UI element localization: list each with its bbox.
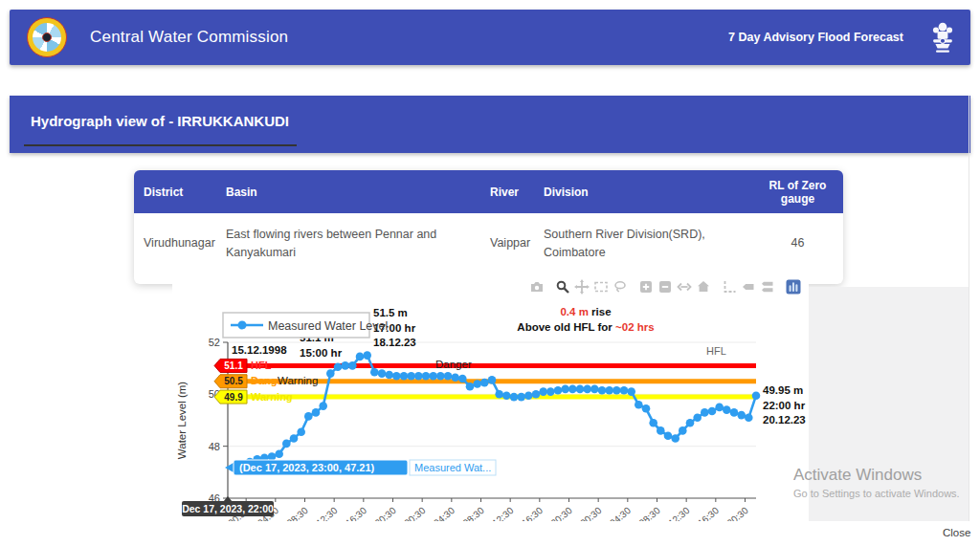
hover-compare-icon[interactable] [760, 279, 775, 295]
data-point [605, 386, 613, 395]
data-point [561, 385, 569, 394]
data-point [693, 414, 702, 423]
x-tick-label: 00:30 [578, 505, 604, 521]
data-point [297, 427, 305, 436]
x-tick-label: 00:30 [402, 505, 428, 521]
data-point [502, 391, 511, 400]
data-point [290, 434, 299, 443]
camera-icon[interactable] [529, 279, 545, 295]
data-point [510, 393, 519, 402]
table-row: Virudhunagar East flowing rivers between… [134, 213, 843, 274]
page-title: Hydrograph view of - IRRUKKANKUDI [10, 96, 970, 129]
chart-annotation: 49.95 m22:00 hr20.12.23 [763, 384, 806, 426]
data-point [590, 385, 599, 394]
col-division: Division [534, 170, 752, 213]
zoom-in-icon[interactable] [638, 279, 654, 295]
svg-text:(Dec 17, 2023, 23:00, 47.21): (Dec 17, 2023, 23:00, 47.21) [239, 462, 375, 473]
data-point [473, 380, 481, 388]
data-point [657, 426, 665, 435]
plotly-modebar [525, 279, 801, 295]
x-tick-label: 08:30 [285, 505, 311, 521]
chart-legend[interactable]: Measured Water Level [223, 313, 388, 338]
data-point [686, 419, 695, 427]
data-point [495, 390, 503, 399]
pan-icon[interactable] [574, 279, 590, 295]
data-point [356, 353, 365, 361]
data-point [304, 412, 313, 421]
data-point [363, 351, 371, 360]
svg-text:49.9: 49.9 [224, 392, 243, 403]
close-button[interactable]: Close [943, 527, 970, 538]
app-title: Central Water Commission [90, 28, 288, 47]
x-tick-label: 16:30 [696, 505, 722, 521]
x-tick-label: 12:30 [666, 505, 692, 521]
data-point [422, 372, 431, 381]
y-axis-title: Water Level (m) [176, 382, 188, 460]
data-point [539, 387, 547, 396]
col-rl-zero-gauge: RL of Zero gauge [752, 170, 843, 213]
data-point [745, 414, 753, 423]
x-tick-label: 12:30 [314, 505, 340, 521]
autoscale-icon[interactable] [677, 279, 692, 295]
data-point [326, 369, 335, 378]
col-river: River [480, 170, 534, 213]
data-point [466, 382, 475, 391]
data-point [627, 387, 635, 396]
data-point [701, 408, 709, 417]
hydrograph-card: 46485052Water Level (m)00:3004:3008:3012… [172, 275, 809, 521]
chart-annotation: 0.4 m riseAbove old HFL for ~02 hrs [517, 306, 654, 333]
panel-right-edge [969, 96, 969, 521]
lasso-icon[interactable] [612, 279, 628, 295]
data-point [414, 372, 423, 381]
reset-axes-icon[interactable] [696, 279, 711, 295]
data-point [407, 372, 415, 381]
data-point [664, 432, 673, 441]
data-point [312, 408, 321, 417]
chart-annotation: HFL [706, 345, 726, 357]
data-point [334, 363, 343, 372]
app-header: Central Water Commission 7 Day Advisory … [10, 10, 970, 65]
hover-closest-icon[interactable] [741, 279, 756, 295]
x-tick-label: 16:30 [520, 505, 546, 521]
box-select-icon[interactable] [593, 279, 609, 295]
x-tick-label: 08:30 [461, 505, 487, 521]
data-point [517, 393, 525, 402]
cwc-logo-core [42, 33, 52, 42]
data-point [752, 391, 761, 400]
y-tick-label: 52 [209, 337, 220, 348]
svg-text:50.5: 50.5 [224, 376, 243, 386]
chart-annotation: Warning [278, 375, 318, 386]
x-tick-label: 12:30 [490, 505, 516, 521]
threshold-name-label: Warning [251, 391, 293, 403]
data-point [635, 401, 643, 409]
data-point [392, 372, 401, 381]
data-point [458, 375, 467, 383]
x-tick-label: 04:30 [608, 505, 634, 521]
data-point [385, 371, 393, 380]
hydrograph-svg[interactable]: 46485052Water Level (m)00:3004:3008:3012… [172, 275, 809, 521]
zoom-out-icon[interactable] [657, 279, 673, 295]
cell-district: Virudhunagar [134, 213, 216, 274]
x-tick-label: 20:30 [549, 505, 575, 521]
plotly-logo-icon[interactable] [786, 279, 801, 295]
spikelines-icon[interactable] [722, 279, 737, 295]
cell-river: Vaippar [480, 213, 534, 274]
cell-basin: East flowing rivers between Pennar and K… [216, 213, 480, 274]
data-point [671, 434, 679, 443]
x-tick-label: 08:30 [637, 505, 663, 521]
axis-tooltip: Dec 17, 2023, 22:00 [182, 496, 274, 516]
data-point [532, 390, 541, 399]
data-point [436, 372, 445, 381]
watermark-title: Activate Windows [793, 466, 960, 485]
col-basin: Basin [216, 170, 480, 213]
y-tick-label: 48 [209, 441, 220, 452]
col-district: District [134, 170, 216, 213]
cell-division: Southern River Division(SRD), Coimbatore [534, 213, 752, 274]
svg-text:Measured Water Level: Measured Water Level [268, 319, 388, 333]
zoom-icon[interactable] [555, 279, 570, 295]
data-point [612, 386, 621, 395]
data-point [429, 372, 437, 381]
data-point [488, 376, 497, 384]
data-point [554, 386, 563, 395]
data-point [576, 385, 585, 394]
